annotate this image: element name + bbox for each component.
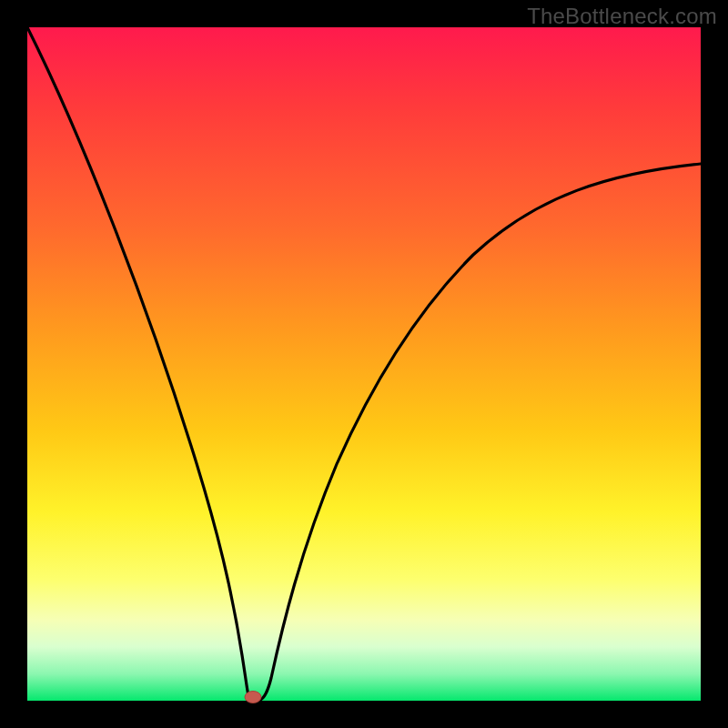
- chart-frame: TheBottleneck.com: [0, 0, 728, 728]
- watermark-text: TheBottleneck.com: [527, 4, 717, 29]
- curve-layer: [27, 27, 701, 701]
- bottleneck-curve: [27, 27, 701, 701]
- minimum-marker: [245, 692, 261, 703]
- plot-area: [27, 27, 701, 701]
